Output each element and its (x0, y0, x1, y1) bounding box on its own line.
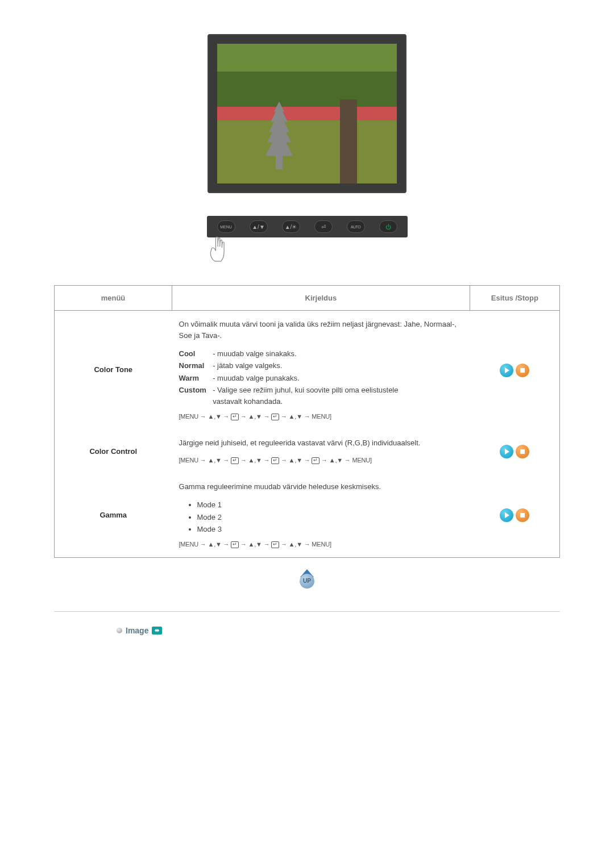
gamma-nav: [MENU → ▲,▼ → ↵ → ▲,▼ → ↵ → ▲,▼ → MENU] (179, 540, 463, 549)
bullet-icon (117, 628, 122, 633)
monitor-osd-button-bar: MENU ▲/▼ ▲/☀ ⏎ AUTO ⏻ (207, 216, 408, 266)
opt-normal-name: Normal (179, 360, 211, 372)
section-divider (54, 611, 560, 612)
up-label: UP (300, 574, 314, 589)
col-header-play: Esitus /Stopp (470, 286, 559, 311)
row-play-gamma (470, 473, 559, 557)
monitor-screen-image (217, 44, 397, 183)
opt-warm-text: - muudab valge punakaks. (213, 373, 299, 384)
row-label-gamma: Gamma (55, 473, 172, 557)
image-section-icon: ⬌ (152, 627, 162, 635)
osd-menu-button[interactable]: MENU (217, 220, 235, 233)
gamma-modes-list: Mode 1 Mode 2 Mode 3 (197, 499, 463, 535)
color-tone-nav: [MENU → ▲,▼ → ↵ → ▲,▼ → ↵ → ▲,▼ → MENU] (179, 412, 463, 422)
stop-button[interactable] (516, 364, 529, 377)
list-item: Mode 1 (197, 499, 463, 511)
play-button[interactable] (500, 445, 513, 458)
monitor-preview (54, 34, 560, 193)
section-title: Image (126, 626, 148, 635)
hand-pointer-icon (204, 235, 233, 266)
scroll-to-top[interactable]: UP (54, 569, 560, 589)
color-control-intro: Järgige neid juhiseid, et reguleerida va… (179, 437, 463, 449)
row-label-color-control: Color Control (55, 429, 172, 473)
col-header-menu: menüü (55, 286, 172, 311)
opt-custom-text: - Valige see režiim juhul, kui soovite p… (213, 385, 406, 407)
stop-button[interactable] (516, 445, 529, 458)
opt-warm-name: Warm (179, 373, 211, 384)
row-desc-color-control: Järgige neid juhiseid, et reguleerida va… (172, 429, 470, 473)
play-button[interactable] (500, 364, 513, 377)
gamma-intro: Gamma reguleerimine muudab värvide heled… (179, 481, 463, 493)
opt-normal-text: - jätab valge valgeks. (213, 360, 282, 372)
osd-brightness-button[interactable]: ▲/☀ (282, 220, 300, 233)
opt-cool-text: - muudab valge sinakaks. (213, 348, 296, 360)
osd-power-button[interactable]: ⏻ (379, 220, 397, 233)
opt-custom-name: Custom (179, 385, 211, 396)
osd-menu-table: menüü Kirjeldus Esitus /Stopp Color Tone… (54, 285, 560, 558)
color-control-nav: [MENU → ▲,▼ → ↵ → ▲,▼ → ↵ → ▲,▼ → ↵ → ▲,… (179, 456, 463, 465)
section-heading-image: Image ⬌ (117, 626, 560, 635)
row-play-color-tone (470, 311, 559, 430)
row-desc-gamma: Gamma reguleerimine muudab värvide heled… (172, 473, 470, 557)
color-tone-intro: On võimalik muuta värvi tooni ja valida … (179, 319, 463, 341)
monitor-frame (208, 34, 406, 193)
osd-auto-button[interactable]: AUTO (347, 220, 365, 233)
row-desc-color-tone: On võimalik muuta värvi tooni ja valida … (172, 311, 470, 430)
play-button[interactable] (500, 508, 513, 522)
list-item: Mode 3 (197, 524, 463, 535)
osd-updown-button[interactable]: ▲/▼ (250, 220, 268, 233)
stop-button[interactable] (516, 508, 529, 522)
row-play-color-control (470, 429, 559, 473)
list-item: Mode 2 (197, 512, 463, 523)
osd-enter-button[interactable]: ⏎ (314, 220, 333, 233)
opt-cool-name: Cool (179, 348, 211, 360)
row-label-color-tone: Color Tone (55, 311, 172, 430)
col-header-desc: Kirjeldus (172, 286, 470, 311)
